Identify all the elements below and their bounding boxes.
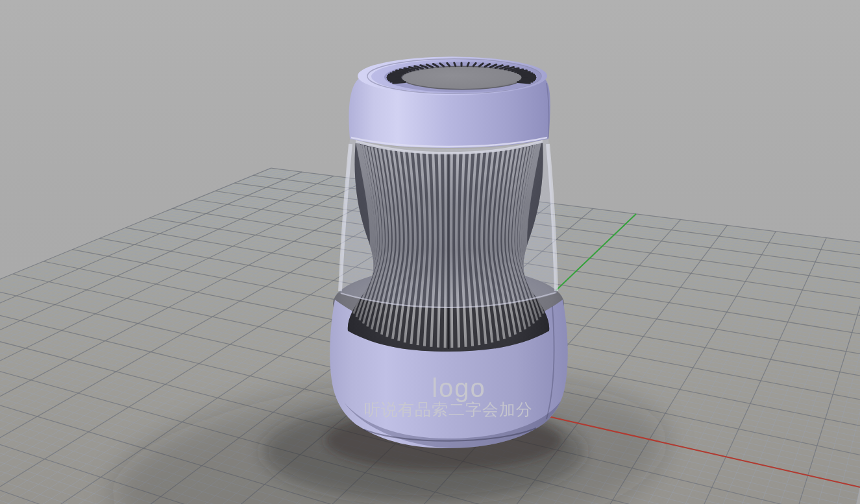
tagline-text: 听说有品索二字会加分 (364, 400, 533, 418)
3d-viewport[interactable]: logo 听说有品索二字会加分 (0, 0, 860, 504)
product-render: logo 听说有品索二字会加分 (0, 0, 860, 504)
logo-text: logo (432, 374, 486, 402)
glass-shell (339, 139, 557, 308)
